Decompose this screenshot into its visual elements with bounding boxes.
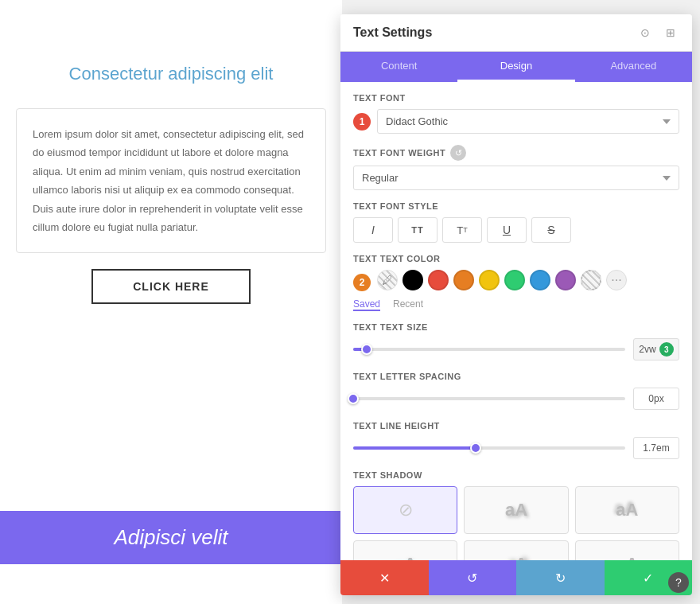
text-size-label: Text Text Size: [353, 322, 679, 332]
shadow-option-3[interactable]: aA: [353, 540, 457, 560]
italic-button[interactable]: I: [353, 217, 393, 243]
step-badge-2: 2: [353, 274, 371, 291]
tab-content[interactable]: Content: [340, 52, 457, 82]
color-swatch-blue[interactable]: [530, 270, 550, 290]
cancel-button[interactable]: ✕: [340, 560, 429, 595]
letter-spacing-thumb[interactable]: [348, 393, 359, 404]
color-tab-saved[interactable]: Saved: [353, 298, 380, 311]
color-swatch-yellow[interactable]: [479, 270, 500, 290]
font-style-label: Text Font Style: [353, 201, 679, 211]
step-badge-3: 3: [659, 342, 674, 357]
color-swatch-purple[interactable]: [555, 270, 576, 290]
step-badge-1: 1: [353, 113, 371, 131]
settings-icon[interactable]: ⊙: [636, 24, 654, 41]
shadow-text-5: aA: [616, 554, 638, 560]
shadow-option-5[interactable]: aA: [575, 540, 679, 560]
line-height-track[interactable]: [353, 446, 625, 450]
panel-header-icons: ⊙ ⊞: [636, 24, 679, 41]
line-height-label: Text Line Height: [353, 421, 679, 431]
page-body-text: Lorem ipsum dolor sit amet, consectetur …: [33, 125, 309, 236]
text-size-value: 2vw 3: [633, 338, 679, 360]
shadow-text-1: aA: [505, 500, 527, 520]
panel-tabs: Content Design Advanced: [340, 52, 692, 82]
font-weight-row: Regular: [353, 166, 679, 190]
color-swatch-red[interactable]: [428, 270, 449, 290]
panel-header: Text Settings ⊙ ⊞: [340, 14, 692, 52]
tab-design[interactable]: Design: [457, 52, 574, 82]
text-size-row: 2vw 3: [353, 338, 679, 360]
color-swatches-row: 🖊 ···: [377, 270, 627, 290]
shadow-text-4: aA: [505, 554, 527, 560]
underline-button[interactable]: U: [487, 217, 527, 243]
no-shadow-icon: ⊘: [399, 500, 413, 520]
shadow-text-3: aA: [395, 554, 417, 560]
page-background: Consectetur adipiscing elit Lorem ipsum …: [0, 0, 342, 604]
color-tabs: Saved Recent: [353, 298, 679, 311]
letter-spacing-track[interactable]: [353, 397, 625, 400]
panel-title: Text Settings: [353, 25, 432, 40]
color-picker-button[interactable]: 🖊: [377, 270, 398, 290]
shadow-option-1[interactable]: aA: [464, 486, 568, 534]
tab-advanced[interactable]: Advanced: [575, 52, 692, 82]
color-swatch-green[interactable]: [504, 270, 525, 290]
letter-spacing-label: Text Letter Spacing: [353, 372, 679, 381]
text-font-row: 1 Didact Gothic: [353, 109, 679, 134]
font-weight-label: Text Font Weight: [353, 148, 445, 158]
panel-body: Text Font 1 Didact Gothic Text Font Weig…: [340, 82, 692, 560]
color-tab-recent[interactable]: Recent: [393, 298, 423, 311]
font-style-row: I TT TT U S: [353, 217, 679, 243]
font-weight-reset-button[interactable]: ↺: [450, 145, 466, 161]
banner: Adipisci velit: [0, 511, 342, 564]
strikethrough-button[interactable]: S: [531, 217, 571, 243]
line-height-value: 1.7em: [633, 437, 679, 459]
color-swatch-striped[interactable]: [581, 270, 601, 290]
shadow-option-none[interactable]: ⊘: [353, 486, 457, 534]
text-color-label: Text Text Color: [353, 254, 679, 263]
redo-button[interactable]: ↻: [516, 560, 605, 595]
text-color-row: 2 🖊 ···: [353, 270, 679, 295]
click-here-button[interactable]: CLICK HERE: [91, 269, 251, 304]
font-weight-label-row: Text Font Weight ↺: [353, 145, 679, 161]
page-card: Lorem ipsum dolor sit amet, consectetur …: [16, 108, 326, 253]
color-swatch-orange[interactable]: [453, 270, 474, 290]
line-height-thumb[interactable]: [470, 442, 481, 454]
text-shadow-label: Text Shadow: [353, 470, 679, 480]
text-font-select[interactable]: Didact Gothic: [377, 109, 679, 134]
color-swatch-black[interactable]: [402, 270, 423, 290]
line-height-fill: [353, 446, 476, 450]
shadow-option-4[interactable]: aA: [464, 540, 568, 560]
letter-spacing-value: 0px: [633, 388, 679, 410]
font-weight-select[interactable]: Regular: [353, 166, 679, 190]
shadow-option-2[interactable]: aA: [575, 486, 679, 534]
letter-spacing-row: 0px: [353, 388, 679, 410]
reset-button[interactable]: ↺: [429, 560, 517, 595]
text-size-thumb[interactable]: [361, 344, 372, 355]
more-colors-button[interactable]: ···: [606, 270, 627, 290]
allcaps-button[interactable]: TT: [398, 217, 438, 243]
panel-footer: ✕ ↺ ↻ ✓: [340, 560, 692, 595]
text-font-label: Text Font: [353, 93, 679, 103]
help-button[interactable]: ?: [668, 572, 689, 593]
line-height-row: 1.7em: [353, 437, 679, 459]
layout-icon[interactable]: ⊞: [662, 24, 679, 41]
text-size-track[interactable]: [353, 348, 625, 351]
page-title: Consectetur adipiscing elit: [16, 64, 326, 84]
smallcaps-button[interactable]: TT: [442, 217, 482, 243]
text-shadow-grid: ⊘ aA aA aA aA aA: [353, 486, 679, 560]
shadow-text-2: aA: [616, 500, 638, 520]
text-settings-panel: Text Settings ⊙ ⊞ Content Design Advance…: [340, 14, 692, 595]
